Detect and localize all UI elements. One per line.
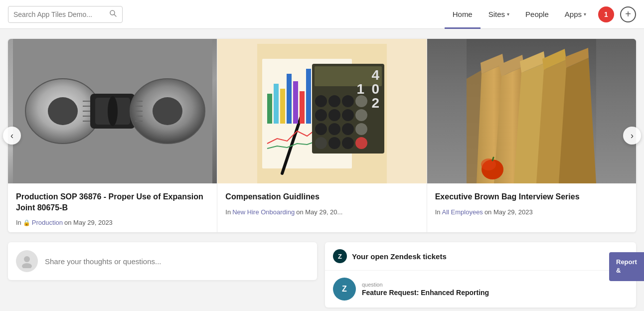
svg-point-48 (342, 123, 354, 135)
mechanical-image (8, 39, 217, 183)
add-button[interactable]: + (620, 6, 636, 22)
share-box (8, 242, 317, 280)
card-2-meta: In New Hire Onboarding on May 29, 20... (225, 208, 418, 216)
carousel-wrapper: ‹ (8, 39, 636, 232)
lock-icon: 🔒 (23, 219, 30, 226)
svg-point-70 (24, 256, 30, 262)
svg-point-39 (328, 95, 340, 107)
svg-text:4: 4 (371, 67, 379, 83)
svg-point-40 (342, 95, 354, 107)
card-1-image (8, 39, 217, 183)
zendesk-ticket-content: question Feature Request: Enhanced Repor… (362, 282, 489, 297)
card-1: Production SOP 36876 - Proper Use of Exp… (8, 39, 217, 232)
svg-line-1 (114, 14, 116, 16)
card-2-category-link[interactable]: New Hire Onboarding (232, 208, 295, 216)
card-2-image: 4 0 1 2 (217, 39, 426, 183)
bottom-row: Z Your open Zendesk tickets Z question F… (8, 242, 636, 308)
carousel-prev-button[interactable]: ‹ (3, 127, 21, 145)
svg-point-45 (355, 109, 367, 121)
search-icon (109, 9, 117, 19)
svg-point-4 (48, 97, 78, 125)
search-box[interactable] (8, 6, 123, 23)
svg-point-42 (315, 109, 327, 121)
nav: Home Sites ▾ People Apps ▾ 1 + (445, 0, 636, 29)
zendesk-header: Z Your open Zendesk tickets (325, 242, 636, 271)
svg-rect-30 (306, 69, 311, 124)
nav-item-people[interactable]: People (517, 0, 557, 29)
card-2-body: Compensation Guidlines In New Hire Onboa… (217, 183, 426, 232)
svg-point-47 (328, 123, 340, 135)
chart-svg: 4 0 1 2 (257, 44, 387, 183)
svg-point-38 (315, 95, 327, 107)
svg-rect-27 (287, 74, 292, 124)
zendesk-title: Your open Zendesk tickets (352, 252, 447, 261)
user-avatar[interactable]: 1 (598, 6, 614, 22)
svg-point-49 (355, 123, 367, 135)
svg-point-68 (481, 158, 496, 170)
nav-item-apps[interactable]: Apps ▾ (557, 0, 594, 29)
card-3-category-link[interactable]: All Employees (442, 208, 483, 216)
chevron-down-icon-apps: ▾ (584, 11, 586, 17)
report-button[interactable]: Report & (609, 252, 644, 281)
svg-point-41 (355, 95, 367, 107)
svg-rect-29 (300, 91, 305, 124)
svg-text:1: 1 (356, 81, 364, 97)
zendesk-ticket-item[interactable]: Z question Feature Request: Enhanced Rep… (325, 271, 636, 308)
svg-point-46 (315, 123, 327, 135)
svg-rect-24 (267, 94, 272, 124)
svg-line-69 (492, 157, 493, 160)
bags-svg (467, 39, 596, 183)
zendesk-ticket-avatar: Z (333, 278, 356, 301)
svg-point-53 (355, 137, 367, 149)
card-1-category-link[interactable]: Production (32, 219, 63, 226)
card-2: 4 0 1 2 (217, 39, 427, 232)
card-1-meta: In 🔒 Production on May 29, 2023 (16, 219, 209, 226)
person-icon (20, 254, 34, 268)
card-1-title: Production SOP 36876 - Proper Use of Exp… (16, 191, 209, 213)
svg-point-7 (108, 96, 118, 126)
svg-point-9 (153, 97, 182, 125)
svg-point-51 (328, 137, 340, 149)
nav-item-home[interactable]: Home (445, 0, 481, 29)
svg-rect-25 (274, 84, 279, 124)
card-1-body: Production SOP 36876 - Proper Use of Exp… (8, 183, 217, 232)
card-3-title: Executive Brown Bag Interview Series (435, 191, 628, 202)
main-content: ‹ (0, 29, 644, 311)
card-3-meta: In All Employees on May 29, 2023 (435, 208, 628, 216)
share-input[interactable] (45, 257, 309, 266)
search-input[interactable] (13, 10, 106, 18)
svg-rect-26 (280, 89, 285, 124)
user-avatar-placeholder (16, 250, 38, 272)
zendesk-ticket-label: question (362, 282, 489, 288)
card-3-body: Executive Brown Bag Interview Series In … (427, 183, 636, 232)
svg-point-52 (342, 137, 354, 149)
svg-text:2: 2 (371, 95, 379, 111)
chart-image: 4 0 1 2 (217, 39, 426, 183)
svg-point-71 (22, 263, 32, 268)
zendesk-ticket-title: Feature Request: Enhanced Reporting (362, 289, 489, 297)
zendesk-logo: Z (333, 249, 347, 263)
card-2-title: Compensation Guidlines (225, 191, 418, 202)
svg-point-44 (342, 109, 354, 121)
mechanical-svg (13, 39, 212, 183)
svg-rect-28 (293, 81, 298, 124)
svg-point-50 (315, 137, 327, 149)
card-3: Executive Brown Bag Interview Series In … (427, 39, 636, 232)
svg-text:0: 0 (371, 81, 379, 97)
carousel-next-button[interactable]: › (623, 127, 641, 145)
card-3-image (427, 39, 636, 183)
nav-item-sites[interactable]: Sites ▾ (481, 0, 517, 29)
chevron-down-icon: ▾ (507, 11, 509, 17)
bags-image (427, 39, 636, 183)
header: Home Sites ▾ People Apps ▾ 1 + (0, 0, 644, 29)
carousel: Production SOP 36876 - Proper Use of Exp… (8, 39, 636, 232)
svg-point-43 (328, 109, 340, 121)
zendesk-panel: Z Your open Zendesk tickets Z question F… (325, 242, 636, 308)
